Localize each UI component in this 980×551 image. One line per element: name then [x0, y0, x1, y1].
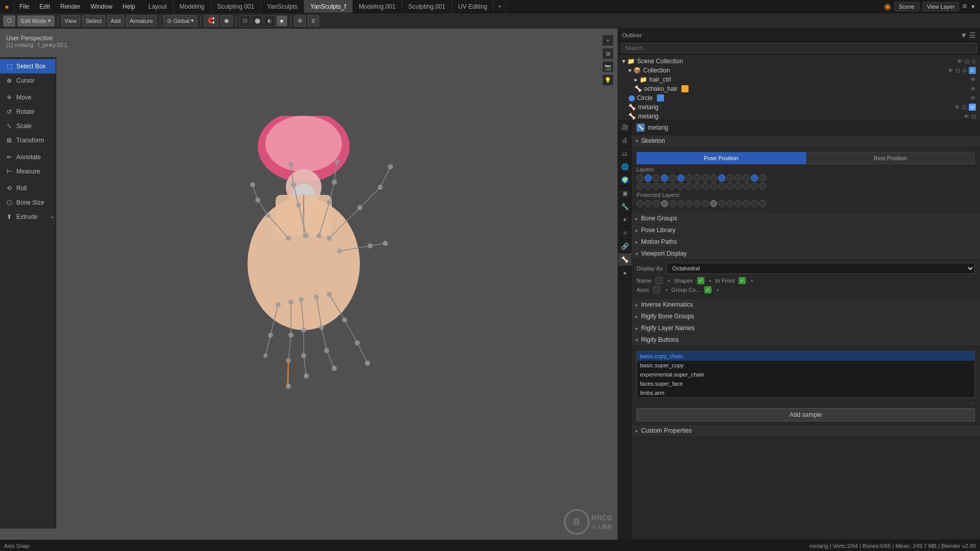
- in-front-checkbox[interactable]: ✓: [739, 277, 746, 284]
- layer-7[interactable]: [694, 174, 701, 182]
- add-workspace-tab[interactable]: +: [494, 0, 506, 13]
- pose-position-btn[interactable]: Pose Position: [636, 152, 806, 164]
- layer-19[interactable]: [661, 183, 668, 190]
- metarig2-vis[interactable]: 👁: [964, 113, 969, 119]
- outliner-metarig-2[interactable]: 🦴 metarig 👁 ⊡: [618, 112, 980, 120]
- tab-modeling[interactable]: Modeling: [174, 0, 211, 13]
- bone-groups-header[interactable]: ▸ Bone Groups: [631, 213, 980, 224]
- mode-icon-btn[interactable]: ⬡: [3, 15, 15, 27]
- material-btn[interactable]: ◐: [264, 15, 275, 27]
- player-1[interactable]: [645, 200, 652, 207]
- layer-27[interactable]: [726, 183, 733, 190]
- viewport-area[interactable]: 人人素材 RRCG 人人素材 RRCG 人人素材 RRCG 人人素材 RRCG …: [0, 29, 618, 540]
- tab-yansculpts-f[interactable]: YanSculpts_f: [304, 0, 353, 13]
- scene-sel-icon[interactable]: ⊡: [965, 58, 969, 65]
- snap-btn[interactable]: 🧲: [204, 15, 218, 27]
- pose-library-header[interactable]: ▸ Pose Library: [631, 224, 980, 236]
- shapes-checkbox[interactable]: ✓: [697, 277, 704, 284]
- viewport-camera-icon[interactable]: 📷: [602, 61, 614, 72]
- tool-measure[interactable]: ⊢ Measure: [0, 164, 56, 179]
- layer-8[interactable]: [702, 174, 709, 182]
- menu-window[interactable]: Window: [85, 0, 117, 13]
- layer-16[interactable]: [636, 183, 644, 190]
- layer-21[interactable]: [677, 183, 684, 190]
- rigify-item-0[interactable]: basic.copy_chain: [637, 352, 974, 361]
- rendered-btn[interactable]: ◈: [276, 15, 287, 27]
- outliner-metarig-1[interactable]: 🦴 metarig 👁 ⊡ m: [618, 103, 980, 112]
- viewport-grid-icon[interactable]: ⊞: [602, 48, 614, 59]
- outliner-ochako-hair[interactable]: 🦴 ochako_hair 👁: [618, 84, 980, 93]
- layer-29[interactable]: [743, 183, 750, 190]
- display-as-select[interactable]: Octahedral: [667, 263, 975, 274]
- custom-props-header[interactable]: ▸ Custom Properties: [631, 425, 980, 437]
- layer-31[interactable]: [759, 183, 766, 190]
- layer-12[interactable]: [734, 174, 742, 182]
- scene-selector[interactable]: Scene: [894, 2, 919, 11]
- menu-file[interactable]: File: [14, 0, 34, 13]
- outliner-hair-ctrl[interactable]: ▸ 📁 hair_ctrl 👁: [618, 75, 980, 84]
- layer-22[interactable]: [685, 183, 693, 190]
- overlay-btn[interactable]: ⊛: [294, 15, 306, 27]
- group-colors-checkbox[interactable]: ✓: [704, 286, 712, 293]
- tool-bone-size[interactable]: ⬡ Bone Size: [0, 195, 56, 210]
- rigify-item-3[interactable]: faces.super_face: [637, 379, 974, 388]
- player-10[interactable]: [718, 200, 725, 207]
- rest-position-btn[interactable]: Rest Position: [806, 152, 975, 164]
- tab-sculpting[interactable]: Sculpting.001: [402, 0, 452, 13]
- prop-tab-world[interactable]: 🌍: [618, 173, 631, 187]
- axes-checkbox[interactable]: [653, 286, 660, 293]
- coll-vis-icon[interactable]: 👁: [948, 67, 953, 73]
- player-7[interactable]: [694, 200, 701, 207]
- viewport-snap-icon[interactable]: +: [602, 35, 614, 46]
- layer-14[interactable]: [751, 174, 758, 182]
- menu-edit[interactable]: Edit: [34, 0, 55, 13]
- prop-tab-scene[interactable]: 🌐: [618, 160, 631, 173]
- global-selector[interactable]: ◎ Global ▾: [163, 15, 198, 27]
- prop-tab-modifier[interactable]: 🔧: [618, 200, 631, 213]
- outliner-filter-icon[interactable]: ▼: [960, 31, 967, 39]
- player-3[interactable]: [661, 200, 668, 207]
- player-8[interactable]: [702, 200, 709, 207]
- player-14[interactable]: [751, 200, 758, 207]
- player-2[interactable]: [653, 200, 660, 207]
- player-6[interactable]: [685, 200, 693, 207]
- rigify-layer-names-header[interactable]: ▸ Rigify Layer Names: [631, 322, 980, 334]
- prop-tab-view-layer[interactable]: 🗂: [618, 147, 631, 160]
- rigify-item-4[interactable]: limbs.arm: [637, 388, 974, 397]
- name-checkbox[interactable]: [655, 277, 663, 284]
- prop-tab-physics[interactable]: ⚛: [618, 227, 631, 240]
- player-11[interactable]: [726, 200, 733, 207]
- rigify-bone-groups-header[interactable]: ▸ Rigify Bone Groups: [631, 311, 980, 322]
- circle-vis[interactable]: 👁: [970, 95, 976, 101]
- layer-3[interactable]: [661, 174, 668, 182]
- armature-menu-btn[interactable]: Armature: [126, 15, 156, 27]
- layer-1[interactable]: [645, 174, 652, 182]
- prop-tab-object[interactable]: ▣: [618, 187, 631, 200]
- layer-17[interactable]: [645, 183, 652, 190]
- tool-annotate[interactable]: ✏ Annotate: [0, 150, 56, 164]
- tool-transform[interactable]: ⊞ Transform: [0, 133, 56, 147]
- add-menu-btn[interactable]: Add: [107, 15, 125, 27]
- tab-sculpting-001[interactable]: Sculpting 001: [211, 0, 261, 13]
- outliner-scene-collection[interactable]: ▾ 📁 Scene Collection 👁 ⊡ ⊙: [618, 57, 980, 66]
- prop-tab-particles[interactable]: ✦: [618, 213, 631, 227]
- outliner-circle[interactable]: ⬤ Circle 👁: [618, 93, 980, 103]
- layer-5[interactable]: [677, 174, 684, 182]
- layer-9[interactable]: [710, 174, 717, 182]
- coll-rend-icon[interactable]: ⊙: [962, 67, 967, 74]
- view-layer-selector[interactable]: View Layer: [922, 2, 959, 11]
- player-15[interactable]: [759, 200, 766, 207]
- wireframe-btn[interactable]: ⊡: [239, 15, 251, 27]
- player-4[interactable]: [669, 200, 676, 207]
- player-0[interactable]: [636, 200, 644, 207]
- solid-btn[interactable]: ⬤: [252, 15, 263, 27]
- rigify-item-2[interactable]: experimental.super_chain: [637, 370, 974, 379]
- player-12[interactable]: [734, 200, 742, 207]
- layer-26[interactable]: [718, 183, 725, 190]
- prop-tab-material[interactable]: ●: [618, 266, 631, 280]
- tool-rotate[interactable]: ↺ Rotate: [0, 105, 56, 119]
- outliner-search-input[interactable]: [621, 43, 977, 53]
- layer-0[interactable]: [636, 174, 644, 182]
- hair-ctrl-vis[interactable]: 👁: [970, 77, 976, 83]
- tab-yansculpts[interactable]: YanSculpts: [261, 0, 304, 13]
